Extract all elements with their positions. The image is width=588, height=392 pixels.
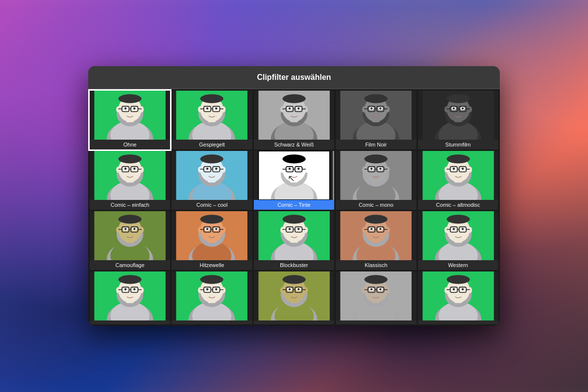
filter-label-ohne: Ohne xyxy=(90,140,170,149)
svg-point-164 xyxy=(370,168,373,170)
svg-point-373 xyxy=(452,288,455,291)
svg-point-144 xyxy=(289,168,291,170)
filter-label-filmnoir: Film Noir xyxy=(336,140,416,149)
filter-label-r4c3 xyxy=(254,320,334,324)
svg-point-64 xyxy=(362,106,367,113)
filter-dialog: Clipfilter auswählen xyxy=(88,66,500,326)
svg-point-236 xyxy=(280,227,285,233)
svg-point-183 xyxy=(452,168,455,170)
svg-point-103 xyxy=(139,167,144,173)
svg-point-75 xyxy=(375,111,377,115)
svg-point-330 xyxy=(282,275,305,284)
filter-item-western[interactable]: Western xyxy=(418,211,498,270)
svg-point-317 xyxy=(215,288,218,291)
filter-item-r4c1[interactable] xyxy=(90,271,170,324)
filter-preview-schwarzweiss xyxy=(254,91,334,140)
svg-point-274 xyxy=(444,227,449,233)
svg-point-237 xyxy=(303,227,308,233)
svg-point-304 xyxy=(128,292,131,295)
svg-point-45 xyxy=(280,106,285,113)
svg-point-275 xyxy=(467,227,472,233)
filter-item-klassisch[interactable]: Klassisch xyxy=(336,211,416,270)
filter-preview-hitzewelle xyxy=(172,211,252,260)
svg-point-113 xyxy=(128,172,131,175)
svg-point-178 xyxy=(446,154,469,163)
filter-item-ohne[interactable]: Ohne xyxy=(90,91,170,149)
svg-point-46 xyxy=(303,106,308,113)
filter-item-comic-einfach[interactable]: Comic – einfach xyxy=(90,151,170,210)
filter-preview-r4c1 xyxy=(90,271,170,320)
svg-point-370 xyxy=(467,287,472,294)
svg-point-8 xyxy=(139,106,144,113)
filter-preview-klassisch xyxy=(336,211,416,260)
filter-item-camouflage[interactable]: Camouflage xyxy=(90,211,170,270)
filter-item-blockbuster[interactable]: Blockbuster xyxy=(254,211,334,270)
filter-item-stummfilm[interactable]: Stummfilm xyxy=(418,91,498,149)
svg-point-247 xyxy=(293,232,295,235)
filter-label-comic-cool: Comic – cool xyxy=(172,200,252,210)
filter-preview-blockbuster xyxy=(254,211,334,260)
filter-preview-filmnoir xyxy=(336,91,416,140)
svg-point-101 xyxy=(119,154,142,163)
filter-item-comic-altmodisch[interactable]: Comic – altmodisc xyxy=(418,151,498,210)
filter-label-stummfilm: Stummfilm xyxy=(418,140,498,149)
filter-item-comic-tinte[interactable]: ↖Comic – Tinte xyxy=(254,151,334,210)
svg-point-351 xyxy=(385,287,390,294)
filter-label-comic-einfach: Comic – einfach xyxy=(90,200,170,210)
svg-point-69 xyxy=(379,107,382,110)
filter-item-gespiegelt[interactable]: Gespiegelt xyxy=(172,91,252,149)
svg-point-298 xyxy=(133,288,136,291)
svg-point-107 xyxy=(133,168,136,170)
svg-point-209 xyxy=(128,232,131,235)
svg-point-30 xyxy=(206,107,209,110)
svg-point-331 xyxy=(280,287,285,294)
svg-point-335 xyxy=(289,288,291,291)
svg-point-84 xyxy=(467,106,472,113)
filter-item-comic-mono[interactable]: Comic – mono xyxy=(336,151,416,210)
svg-point-140 xyxy=(280,167,285,173)
svg-point-88 xyxy=(462,107,464,110)
filters-grid: Ohne Gespiegelt xyxy=(88,89,500,326)
svg-point-336 xyxy=(297,288,300,291)
svg-point-279 xyxy=(462,228,464,230)
filter-preview-r4c3 xyxy=(254,271,334,320)
filter-preview-gespiegelt xyxy=(172,91,252,140)
svg-point-368 xyxy=(446,275,469,284)
svg-point-355 xyxy=(379,288,382,291)
filter-label-blockbuster: Blockbuster xyxy=(254,260,334,270)
filter-item-hitzewelle[interactable]: Hitzewelle xyxy=(172,211,252,270)
svg-point-56 xyxy=(293,111,295,115)
filter-item-filmnoir[interactable]: Film Noir xyxy=(336,91,416,149)
filter-label-camouflage: Camouflage xyxy=(90,260,170,270)
svg-point-120 xyxy=(200,154,223,163)
svg-point-316 xyxy=(206,288,209,291)
svg-point-190 xyxy=(457,172,459,175)
filter-preview-r4c2 xyxy=(172,271,252,320)
filter-item-comic-cool[interactable]: Comic – cool xyxy=(172,151,252,210)
filter-item-schwarzweiss[interactable]: Schwarz & Weiß xyxy=(254,91,334,149)
filter-label-comic-mono: Comic – mono xyxy=(336,200,416,210)
svg-point-323 xyxy=(211,292,213,295)
filter-item-r4c5[interactable] xyxy=(418,271,498,324)
svg-point-256 xyxy=(385,227,390,233)
svg-point-259 xyxy=(370,228,373,230)
svg-point-132 xyxy=(211,172,213,175)
svg-point-198 xyxy=(116,227,121,233)
filter-item-r4c3[interactable] xyxy=(254,271,334,324)
filter-item-r4c4[interactable] xyxy=(336,271,416,324)
filter-preview-comic-cool xyxy=(172,151,252,200)
filter-preview-western xyxy=(418,211,498,260)
filter-label-comic-altmodisch: Comic – altmodisc xyxy=(418,200,498,210)
svg-point-218 xyxy=(221,227,226,233)
svg-point-87 xyxy=(452,107,455,110)
svg-point-216 xyxy=(200,215,223,223)
svg-point-313 xyxy=(221,287,226,294)
svg-point-122 xyxy=(221,167,226,173)
filter-label-r4c5 xyxy=(418,320,498,324)
svg-point-159 xyxy=(365,154,388,163)
filter-preview-ohne xyxy=(90,91,170,140)
filter-label-gespiegelt: Gespiegelt xyxy=(172,140,252,149)
filter-label-klassisch: Klassisch xyxy=(336,260,416,270)
filter-item-r4c2[interactable] xyxy=(172,271,252,324)
svg-point-12 xyxy=(133,107,136,110)
